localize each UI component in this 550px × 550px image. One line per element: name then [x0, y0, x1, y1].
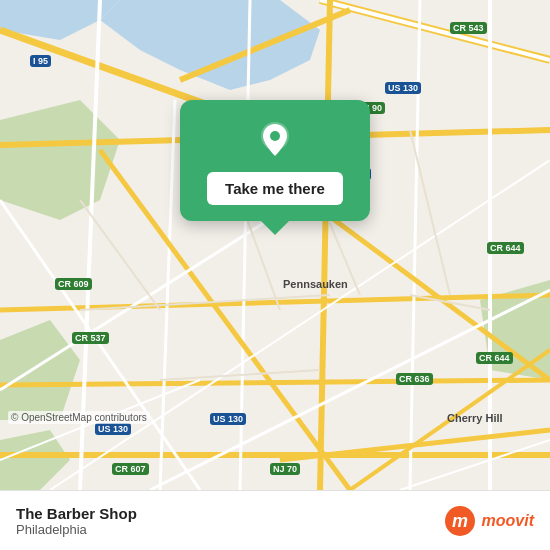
svg-text:m: m [452, 511, 468, 531]
location-pin-icon [253, 118, 297, 162]
moovit-logo: m moovit [444, 505, 534, 537]
badge-cr636: CR 636 [396, 373, 433, 385]
location-info: The Barber Shop Philadelphia [16, 505, 137, 537]
badge-us130-1: US 130 [385, 82, 421, 94]
town-cherry-hill: Cherry Hill [447, 412, 503, 424]
badge-cr644-2: CR 644 [476, 352, 513, 364]
badge-cr644-1: CR 644 [487, 242, 524, 254]
town-pennsauken: Pennsauken [283, 278, 348, 290]
badge-us130-4: US 130 [95, 423, 131, 435]
location-city: Philadelphia [16, 522, 137, 537]
map-container: I 95 CR 543 US 130 NJ 90 CR 609 CR 537 U… [0, 0, 550, 490]
badge-us130-3: US 130 [210, 413, 246, 425]
svg-point-40 [270, 131, 280, 141]
osm-attribution: © OpenStreetMap contributors [8, 411, 150, 424]
badge-i95: I 95 [30, 55, 51, 67]
bottom-bar: The Barber Shop Philadelphia m moovit [0, 490, 550, 550]
badge-cr537: CR 537 [72, 332, 109, 344]
take-me-there-button[interactable]: Take me there [207, 172, 343, 205]
badge-cr607: CR 607 [112, 463, 149, 475]
moovit-icon: m [444, 505, 476, 537]
badge-cr609: CR 609 [55, 278, 92, 290]
location-name: The Barber Shop [16, 505, 137, 522]
badge-cr543: CR 543 [450, 22, 487, 34]
moovit-text: moovit [482, 512, 534, 530]
badge-nj70: NJ 70 [270, 463, 300, 475]
popup-card: Take me there [180, 100, 370, 221]
